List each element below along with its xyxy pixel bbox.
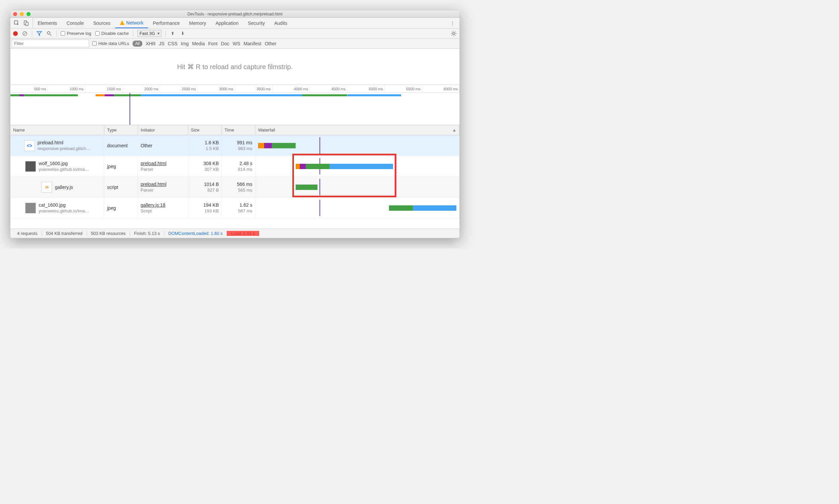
file-image-icon	[25, 203, 36, 213]
tab-security[interactable]: Security	[243, 18, 270, 28]
overview-ticks: 500 ms 1000 ms 1500 ms 2000 ms 2500 ms 3…	[11, 85, 460, 93]
more-icon[interactable]: ⋮	[449, 20, 456, 26]
zoom-button[interactable]	[26, 12, 31, 16]
tab-application[interactable]: Application	[211, 18, 243, 28]
disable-cache-checkbox[interactable]: Disable cache	[95, 31, 129, 36]
traffic-lights	[13, 12, 31, 16]
filter-type-ws[interactable]: WS	[233, 41, 240, 46]
highlight-annotation	[292, 154, 396, 197]
throttling-select[interactable]: Fast 3G	[137, 30, 161, 37]
file-js-icon: JS	[41, 182, 52, 193]
tab-network[interactable]: Network	[115, 18, 148, 28]
warning-icon	[120, 20, 125, 25]
svg-line-6	[50, 34, 51, 36]
tab-memory[interactable]: Memory	[184, 18, 211, 28]
settings-icon[interactable]	[451, 31, 457, 37]
tab-performance[interactable]: Performance	[148, 18, 184, 28]
svg-point-7	[453, 33, 455, 35]
header-waterfall[interactable]: Waterfall▲	[255, 125, 460, 135]
filter-type-all[interactable]: All	[132, 41, 142, 47]
tab-audits[interactable]: Audits	[269, 18, 292, 28]
filmstrip-hint: Hit ⌘ R to reload and capture filmstrip.	[11, 49, 460, 85]
inspect-icon[interactable]	[14, 20, 20, 26]
svg-rect-2	[26, 22, 28, 25]
hide-data-urls-checkbox[interactable]: Hide data URLs	[92, 41, 129, 46]
filter-bar: Hide data URLs All XHR JS CSS Img Media …	[11, 39, 460, 49]
header-name[interactable]: Name	[11, 125, 104, 135]
waterfall-bar	[258, 200, 457, 216]
devtools-window: DevTools - responsive-preload.glitch.me/…	[10, 10, 460, 238]
macos-titlebar: DevTools - responsive-preload.glitch.me/…	[11, 11, 460, 18]
header-time[interactable]: Time	[222, 125, 255, 135]
header-initiator[interactable]: Initiator	[138, 125, 188, 135]
waterfall-bar	[258, 137, 457, 154]
svg-point-5	[47, 32, 50, 34]
filter-type-css[interactable]: CSS	[168, 41, 178, 46]
clear-icon[interactable]	[22, 31, 28, 37]
status-footer: 4 requests 504 KB transferred 503 KB res…	[11, 229, 460, 238]
network-toolbar: Preserve log Disable cache Fast 3G ⬆ ⬇	[11, 29, 460, 39]
close-button[interactable]	[13, 12, 17, 16]
overview-bars	[11, 94, 460, 97]
footer-dcl: DOMContentLoaded: 1.60 s	[164, 231, 227, 236]
minimize-button[interactable]	[20, 12, 24, 16]
tab-list: Elements Console Sources Network Perform…	[33, 18, 445, 28]
filter-type-js[interactable]: JS	[159, 41, 164, 46]
footer-requests: 4 requests	[13, 231, 42, 236]
filter-type-img[interactable]: Img	[181, 41, 189, 46]
tab-console[interactable]: Console	[62, 18, 88, 28]
sort-icon: ▲	[452, 127, 457, 132]
filter-icon[interactable]	[36, 31, 42, 37]
filter-type-doc[interactable]: Doc	[221, 41, 229, 46]
svg-line-4	[23, 32, 26, 35]
table-row[interactable]: cat_1600.jpgyoavweiss.github.io/ima… jpe…	[11, 198, 460, 218]
header-type[interactable]: Type	[104, 125, 138, 135]
tab-sources[interactable]: Sources	[89, 18, 115, 28]
footer-load: Load: 1.61 s	[227, 231, 260, 236]
filter-type-media[interactable]: Media	[192, 41, 205, 46]
filter-type-other[interactable]: Other	[265, 41, 276, 46]
footer-finish: Finish: 5.13 s	[130, 231, 164, 236]
filter-type-manifest[interactable]: Manifest	[244, 41, 262, 46]
panel-tabs: Elements Console Sources Network Perform…	[11, 18, 460, 29]
table-row[interactable]: <>preload.htmlresponsive-preload.glitch……	[11, 135, 460, 156]
tab-elements[interactable]: Elements	[33, 18, 62, 28]
table-headers: Name Type Initiator Size Time Waterfall▲	[11, 125, 460, 135]
footer-resources: 503 KB resources	[87, 231, 130, 236]
upload-icon[interactable]: ⬆	[170, 31, 176, 37]
device-toggle-icon[interactable]	[23, 20, 29, 26]
download-icon[interactable]: ⬇	[180, 31, 186, 37]
record-button[interactable]	[13, 31, 18, 36]
search-icon[interactable]	[46, 31, 52, 37]
overview-load-marker	[129, 93, 130, 125]
footer-transferred: 504 KB transferred	[42, 231, 87, 236]
file-html-icon: <>	[24, 140, 35, 151]
window-title: DevTools - responsive-preload.glitch.me/…	[188, 12, 283, 16]
request-table: <>preload.htmlresponsive-preload.glitch……	[11, 135, 460, 229]
file-image-icon	[25, 161, 36, 172]
preserve-log-checkbox[interactable]: Preserve log	[61, 31, 91, 36]
header-size[interactable]: Size	[188, 125, 222, 135]
filter-type-xhr[interactable]: XHR	[146, 41, 156, 46]
filter-input[interactable]	[12, 40, 89, 47]
timeline-overview[interactable]: 500 ms 1000 ms 1500 ms 2000 ms 2500 ms 3…	[11, 85, 460, 125]
filter-type-font[interactable]: Font	[208, 41, 217, 46]
